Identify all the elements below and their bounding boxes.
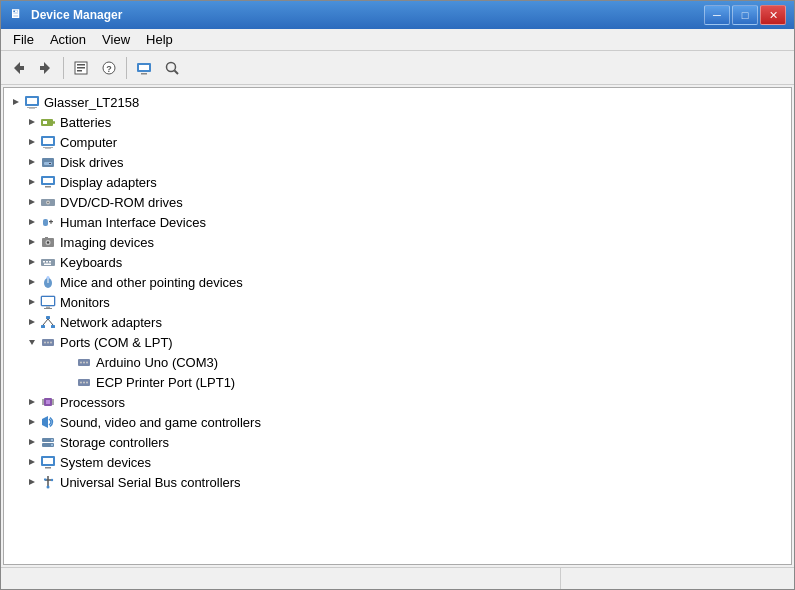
help-button[interactable]: ? <box>96 55 122 81</box>
expand-icon[interactable] <box>24 114 40 130</box>
maximize-button[interactable]: □ <box>732 5 758 25</box>
properties-button[interactable] <box>68 55 94 81</box>
svg-point-11 <box>167 62 176 71</box>
device-icon <box>40 414 56 430</box>
menu-file[interactable]: File <box>5 30 42 49</box>
toolbar-separator-2 <box>126 57 127 79</box>
svg-rect-3 <box>77 64 85 66</box>
device-icon <box>40 254 56 270</box>
tree-item[interactable]: Display adapters <box>4 172 791 192</box>
svg-point-46 <box>47 241 49 243</box>
device-tree: Glasser_LT2158 Batteries Computer Disk d… <box>4 88 791 496</box>
expand-icon[interactable] <box>24 394 40 410</box>
device-icon <box>40 154 56 170</box>
tree-item[interactable]: Computer <box>4 132 791 152</box>
svg-marker-18 <box>29 119 35 125</box>
tree-item-label: Disk drives <box>60 155 124 170</box>
tree-item[interactable]: Monitors <box>4 292 791 312</box>
expand-icon[interactable] <box>24 174 40 190</box>
expand-icon[interactable] <box>24 254 40 270</box>
tree-item[interactable]: Storage controllers <box>4 432 791 452</box>
scan-button[interactable] <box>159 55 185 81</box>
expand-icon[interactable] <box>24 434 40 450</box>
minimize-button[interactable]: ─ <box>704 5 730 25</box>
svg-marker-58 <box>29 299 35 305</box>
device-tree-panel[interactable]: Glasser_LT2158 Batteries Computer Disk d… <box>3 87 792 565</box>
svg-point-96 <box>51 439 53 441</box>
tree-item[interactable]: Disk drives <box>4 152 791 172</box>
expand-icon[interactable] <box>24 134 40 150</box>
tree-item-label: Ports (COM & LPT) <box>60 335 173 350</box>
svg-marker-98 <box>29 459 35 465</box>
tree-item[interactable]: Universal Serial Bus controllers <box>4 472 791 492</box>
svg-rect-101 <box>45 467 51 469</box>
tree-item[interactable]: Ports (COM & LPT) <box>4 332 791 352</box>
tree-item[interactable]: System devices <box>4 452 791 472</box>
svg-point-72 <box>47 342 49 344</box>
svg-marker-1 <box>40 62 50 74</box>
device-icon <box>40 434 56 450</box>
tree-item[interactable]: Human Interface Devices <box>4 212 791 232</box>
expand-icon[interactable] <box>24 214 40 230</box>
main-content: Glasser_LT2158 Batteries Computer Disk d… <box>1 85 794 567</box>
expand-icon[interactable] <box>24 474 40 490</box>
title-bar-controls: ─ □ ✕ <box>704 5 786 25</box>
svg-marker-0 <box>14 62 24 74</box>
svg-rect-40 <box>43 219 48 226</box>
status-pane-1 <box>1 568 561 589</box>
svg-marker-13 <box>13 99 19 105</box>
device-icon <box>76 354 92 370</box>
svg-marker-43 <box>29 239 35 245</box>
tree-item[interactable]: Network adapters <box>4 312 791 332</box>
root-expand-icon[interactable] <box>8 94 24 110</box>
svg-point-75 <box>80 362 82 364</box>
svg-rect-26 <box>43 147 53 148</box>
tree-item-label: Monitors <box>60 295 110 310</box>
tree-item[interactable]: Arduino Uno (COM3) <box>4 352 791 372</box>
expand-icon[interactable] <box>24 334 40 350</box>
tree-item[interactable]: Processors <box>4 392 791 412</box>
svg-rect-100 <box>43 458 53 464</box>
tree-item[interactable]: Mice and other pointing devices <box>4 272 791 292</box>
device-manager-window: 🖥 Device Manager ─ □ ✕ File Action View … <box>0 0 795 590</box>
svg-rect-21 <box>43 121 47 124</box>
expand-icon[interactable] <box>24 294 40 310</box>
expand-icon[interactable] <box>24 314 40 330</box>
expand-icon[interactable] <box>24 414 40 430</box>
device-icon <box>40 294 56 310</box>
svg-point-80 <box>83 382 85 384</box>
tree-root[interactable]: Glasser_LT2158 <box>4 92 791 112</box>
menu-action[interactable]: Action <box>42 30 94 49</box>
expand-icon[interactable] <box>24 454 40 470</box>
tree-item[interactable]: Batteries <box>4 112 791 132</box>
tree-item[interactable]: DVD/CD-ROM drives <box>4 192 791 212</box>
device-icon <box>40 194 56 210</box>
device-manager-button[interactable] <box>131 55 157 81</box>
svg-marker-27 <box>29 159 35 165</box>
menu-view[interactable]: View <box>94 30 138 49</box>
back-button[interactable] <box>5 55 31 81</box>
menu-help[interactable]: Help <box>138 30 181 49</box>
svg-rect-51 <box>46 261 48 263</box>
tree-item-label: Network adapters <box>60 315 162 330</box>
expand-icon[interactable] <box>24 194 40 210</box>
close-button[interactable]: ✕ <box>760 5 786 25</box>
svg-rect-64 <box>46 316 50 319</box>
forward-button[interactable] <box>33 55 59 81</box>
expand-icon[interactable] <box>24 154 40 170</box>
tree-item[interactable]: ECP Printer Port (LPT1) <box>4 372 791 392</box>
tree-item-label: Computer <box>60 135 117 150</box>
svg-marker-35 <box>29 199 35 205</box>
tree-item[interactable]: Sound, video and game controllers <box>4 412 791 432</box>
tree-item[interactable]: Keyboards <box>4 252 791 272</box>
device-icon <box>76 374 92 390</box>
title-bar: 🖥 Device Manager ─ □ ✕ <box>1 1 794 29</box>
window-title: Device Manager <box>31 8 122 22</box>
root-icon <box>24 94 40 110</box>
tree-item-label: System devices <box>60 455 151 470</box>
svg-marker-92 <box>42 416 48 428</box>
expand-icon[interactable] <box>24 274 40 290</box>
root-label: Glasser_LT2158 <box>44 95 139 110</box>
tree-item[interactable]: Imaging devices <box>4 232 791 252</box>
expand-icon[interactable] <box>24 234 40 250</box>
